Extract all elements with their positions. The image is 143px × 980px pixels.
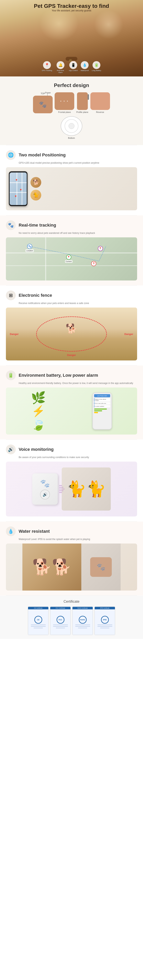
map-pin-1: 📍 (15, 179, 18, 182)
feature-battery: 🔋 Environment battery, Low power alarm H… (0, 366, 143, 439)
track-road-h (6, 253, 137, 253)
device-view-frontal: • • • Frontal plane (55, 92, 74, 113)
cert-fcc-seal: FCC (56, 616, 64, 624)
frontal-label: Frontal plane (58, 111, 71, 113)
hero-icon-battery: 🔋 Long Battery (92, 61, 101, 73)
cert-ip55-header: IP55 Certificate (95, 607, 115, 609)
hero-icons-row: 📍 GPS Tracking 🔔 Real-time Alarm 📱 App C… (0, 61, 143, 73)
certificate-section: Certificate CE Certificate CE FCC Certif… (0, 596, 143, 639)
feature-voice: 🔊 Voice monitoring Be aware of your pets… (0, 440, 143, 521)
water-title: Water resistant (19, 529, 50, 534)
phone-app-mockup: Low Power Alert Battery is low, please c… (92, 392, 112, 430)
danger-label-left: Danger (10, 332, 19, 336)
app-notif-2: Pet is near safe zone (94, 402, 110, 404)
device-frontal-view: • • • (55, 92, 74, 110)
cert-rohs-line1 (75, 624, 90, 625)
cert-rohs: RoHS Certificate RoHS (72, 607, 93, 635)
feature-tracking: 🐾 Real-time tracking No need to worry ab… (0, 215, 143, 285)
device-bottom-core (69, 123, 74, 129)
cert-rohs-body: RoHS (72, 609, 93, 635)
device-reverse-view (90, 92, 110, 110)
cert-rohs-line2 (75, 626, 90, 627)
phone-outer: 📍 📍 📍 (9, 171, 27, 206)
hero-text-block: Pet GPS Tracker-easy to find Your life a… (0, 3, 143, 12)
water-icon-feat: 💧 (6, 527, 16, 536)
design-section: Perfect design TOP Power • • • Frontal p… (0, 76, 143, 145)
device-water-view (90, 557, 112, 577)
battery-image-area: 🌿 ⚡ 🍃 Low Power Alert Battery is low, pl… (6, 388, 137, 434)
app-icon-label: App Control (69, 70, 77, 72)
battery-icon-label: Long Battery (92, 70, 101, 72)
device-view-profile: Profile plane (76, 92, 88, 113)
voice-image-area: 🐾 🔊 🐈🐈 (6, 461, 137, 517)
feature-header-fence: ⊞ Electronic fence (6, 291, 137, 300)
voice-icon: 🔊 (6, 444, 16, 454)
cert-ip55-seal: IP55 (101, 616, 109, 624)
phone-inner: 📍 📍 📍 (10, 172, 27, 205)
cert-rohs-seal: RoHS (79, 616, 87, 624)
fence-image-area: 🐕 Danger Danger Danger (6, 307, 137, 360)
feature-header-tracking: 🐾 Real-time tracking (6, 220, 137, 230)
reverse-label: Reverse (96, 111, 104, 113)
hero-icon-alarm: 🔔 Real-time Alarm (55, 61, 66, 73)
cert-ce-line3 (34, 628, 43, 628)
device-view-reverse: Reverse (90, 92, 110, 113)
certificate-title: Certificate (4, 600, 139, 604)
cert-ce-header: CE Certificate (28, 607, 48, 609)
animals-side: 🐕 🐈 (31, 177, 41, 200)
design-views-row: TOP Power • • • Frontal plane Profile pl… (4, 92, 139, 113)
cat-icon-1: 🐈 (31, 190, 41, 200)
dog-icon-1: 🐕 (31, 177, 41, 188)
map-road-h2 (10, 192, 27, 193)
feature-positioning: 🌐 Two model Positioning GPS+LBS dual mod… (0, 145, 143, 215)
speaker-icon: 🔊 (43, 492, 48, 497)
leaves-icon: 🌿 (31, 392, 46, 404)
device-profile-view (77, 92, 88, 110)
device-view-bottom: Bottom (4, 116, 139, 139)
feature-header-voice: 🔊 Voice monitoring (6, 444, 137, 454)
track-pin-label-2: Current (65, 260, 72, 263)
track-pin-group-3: 📍 (91, 261, 96, 266)
hero-icon-gps: 📍 GPS Tracking (42, 61, 52, 73)
positioning-image-area: 📍 📍 📍 🐕 🐈 (6, 167, 137, 210)
device-bottom-view (61, 116, 82, 136)
wave-1 (59, 485, 62, 486)
cert-ce-body: CE (28, 609, 48, 635)
side-button (88, 94, 89, 100)
device-close-photo (81, 544, 121, 590)
cert-fcc-line2 (53, 626, 68, 627)
track-road-h2 (6, 266, 137, 266)
hero-title: Pet GPS Tracker-easy to find (0, 3, 143, 9)
battery-icon-feat: 🔋 (6, 371, 16, 380)
track-road-v (45, 237, 46, 280)
leaves-icon-2: 🍃 (31, 418, 46, 430)
cert-fcc-body: FCC (50, 609, 71, 635)
fence-dog-icon: 🐕 (66, 323, 77, 334)
cert-ip55: IP55 Certificate IP55 (95, 607, 115, 635)
track-pin-4: 📍 (98, 246, 103, 251)
track-pin-group-2: 📍 Current (65, 255, 72, 263)
sound-waves (59, 485, 64, 493)
hero-icon-water: 💧 Waterproof (80, 61, 89, 73)
hero-section: Pet GPS Tracker-easy to find Your life a… (0, 0, 143, 76)
danger-label-right: Danger (124, 332, 133, 336)
voice-device-wrap: 🐾 🔊 (32, 473, 58, 505)
gps-icon-circle: 📍 (43, 61, 51, 69)
cert-ip55-line3 (100, 628, 109, 628)
positioning-icon: 🌐 (6, 150, 16, 160)
track-pin-3: 📍 (91, 261, 96, 266)
water-image-area: 🐕🐕 (6, 544, 137, 590)
design-title: Perfect design (4, 82, 139, 88)
power-line (47, 93, 48, 96)
gps-icon-label: GPS Tracking (42, 70, 52, 72)
track-pin-1: 🐾 (27, 244, 32, 249)
hero-subtitle: Your life assistant, pet security guards (0, 9, 143, 12)
track-pin-group-4: 📍 (98, 246, 103, 251)
tracker-speaker: 🔊 (40, 490, 50, 500)
lightning-icon: ⚡ (32, 405, 45, 417)
cert-fcc-line3 (56, 628, 65, 628)
battery-icon-circle: 🔋 (93, 61, 100, 69)
dogs-photo: 🐕🐕 (22, 544, 81, 590)
leaf-decoration-area: 🌿 ⚡ 🍃 (31, 392, 46, 430)
voice-desc: Be aware of your pets surrounding condit… (19, 456, 137, 459)
